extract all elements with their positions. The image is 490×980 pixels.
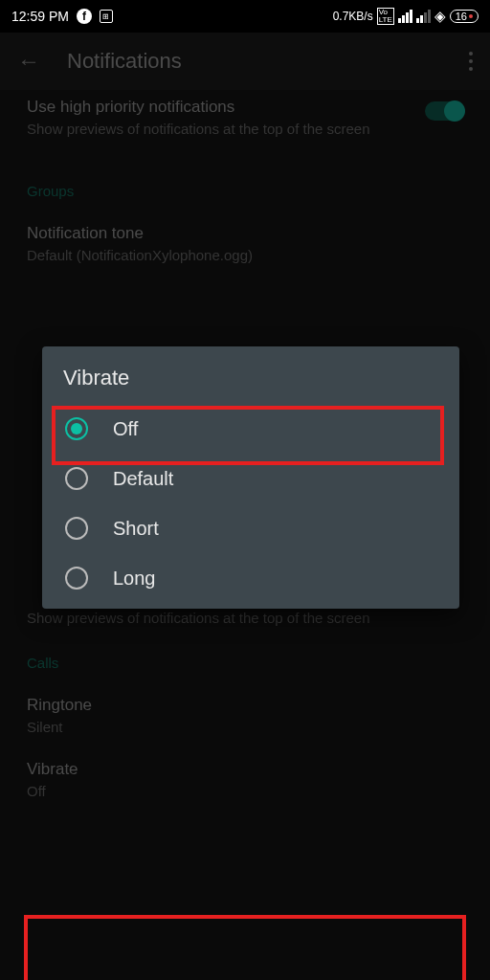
radio-icon — [65, 567, 88, 590]
ringtone-title: Ringtone — [27, 696, 463, 715]
dialog-title: Vibrate — [54, 362, 448, 404]
notification-tone-title: Notification tone — [27, 224, 463, 243]
app-bar: ← Notifications — [0, 33, 490, 90]
vibrate-dialog: Vibrate Off Default Short Long — [42, 346, 459, 609]
status-bar: 12:59 PM f ⊞ 0.7KB/s VoLTE ◈ 16 — [0, 0, 490, 33]
section-calls: Calls — [27, 628, 463, 684]
call-vibrate-sub: Off — [27, 781, 463, 801]
radio-icon — [65, 517, 88, 540]
notification-tone-setting[interactable]: Notification tone Default (NotificationX… — [27, 212, 463, 277]
preview-sub: Show previews of notifications at the to… — [27, 608, 463, 628]
radio-label-off: Off — [113, 418, 138, 440]
radio-label-short: Short — [113, 518, 159, 540]
apps-icon: ⊞ — [100, 10, 113, 23]
radio-option-long[interactable]: Long — [54, 553, 448, 603]
signal-icon-2 — [416, 10, 431, 23]
status-time: 12:59 PM — [11, 9, 69, 24]
section-groups: Groups — [27, 156, 463, 212]
signal-icon-1 — [398, 10, 412, 23]
page-title: Notifications — [67, 49, 442, 74]
radio-option-default[interactable]: Default — [54, 454, 448, 503]
call-vibrate-title: Vibrate — [27, 760, 463, 779]
call-vibrate-setting[interactable]: Vibrate Off — [27, 748, 463, 813]
back-icon[interactable]: ← — [17, 48, 40, 75]
ringtone-sub: Silent — [27, 717, 463, 737]
high-priority-title: Use high priority notifications — [27, 98, 370, 117]
menu-icon[interactable] — [469, 52, 473, 71]
high-priority-sub: Show previews of notifications at the to… — [27, 119, 370, 139]
radio-option-off[interactable]: Off — [54, 404, 448, 454]
notification-tone-sub: Default (NotificationXylophone.ogg) — [27, 245, 463, 265]
high-priority-toggle[interactable] — [425, 101, 463, 121]
ringtone-setting[interactable]: Ringtone Silent — [27, 684, 463, 748]
radio-icon — [65, 467, 88, 490]
network-speed: 0.7KB/s — [333, 10, 373, 23]
radio-option-short[interactable]: Short — [54, 503, 448, 553]
volte-icon: VoLTE — [377, 8, 394, 25]
radio-icon — [65, 417, 88, 440]
facebook-icon: f — [77, 9, 92, 24]
high-priority-setting[interactable]: Use high priority notifications Show pre… — [27, 90, 463, 156]
radio-label-long: Long — [113, 568, 156, 590]
battery-icon: 16 — [450, 10, 479, 23]
wifi-icon: ◈ — [434, 8, 446, 25]
radio-label-default: Default — [113, 468, 173, 490]
highlight-box-vibrate — [24, 915, 466, 980]
